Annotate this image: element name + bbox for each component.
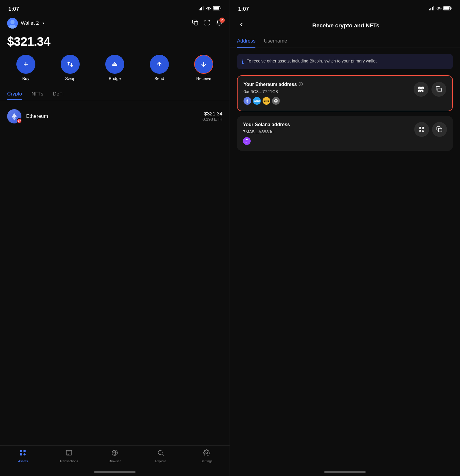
sol-card-left: Your Solana address 7MA5...A383Jn bbox=[243, 122, 290, 145]
tab-nfts[interactable]: NFTs bbox=[32, 88, 43, 100]
header-actions: 2 bbox=[192, 19, 222, 27]
svg-rect-39 bbox=[438, 88, 441, 92]
back-button[interactable] bbox=[237, 20, 246, 31]
sol-card-address: 7MA5...A383Jn bbox=[243, 129, 290, 134]
svg-rect-1 bbox=[200, 8, 201, 10]
ethereum-usd: $321.34 bbox=[202, 111, 222, 117]
bridge-label: Bridge bbox=[109, 76, 121, 81]
eth-qr-button[interactable] bbox=[414, 82, 428, 97]
swap-button[interactable]: Swap bbox=[58, 55, 82, 81]
sol-copy-button[interactable] bbox=[432, 122, 447, 137]
svg-rect-44 bbox=[423, 128, 424, 129]
left-time: 1:07 bbox=[8, 6, 19, 12]
right-wifi-icon bbox=[436, 6, 442, 12]
right-status-icons bbox=[429, 6, 452, 12]
notification-badge: 2 bbox=[219, 18, 225, 23]
eth-card-left: Your Ethereum address ⓘ 0xc6C3...7721C8 … bbox=[244, 82, 303, 105]
svg-rect-36 bbox=[419, 87, 420, 88]
svg-rect-3 bbox=[203, 6, 204, 10]
svg-point-8 bbox=[10, 20, 15, 24]
chain-icon-bnb: BNB bbox=[263, 97, 270, 105]
notification-button[interactable]: 2 bbox=[216, 19, 222, 27]
right-header: Receive crypto and NFTs bbox=[230, 15, 460, 35]
receive-tabs: Address Username bbox=[230, 35, 460, 48]
svg-rect-28 bbox=[432, 7, 433, 10]
browser-nav-icon bbox=[111, 449, 118, 458]
left-home-indicator bbox=[0, 468, 230, 476]
swap-icon-circle bbox=[61, 55, 80, 74]
receive-icon-circle bbox=[194, 55, 213, 74]
svg-rect-5 bbox=[213, 7, 219, 10]
assets-nav-icon bbox=[19, 449, 26, 458]
eth-chain-icons: ARB BNB bbox=[244, 97, 303, 105]
wallet-selector[interactable]: Wallet 2 ▾ bbox=[7, 18, 44, 29]
nav-assets[interactable]: Assets bbox=[12, 449, 33, 463]
right-time: 1:07 bbox=[238, 6, 249, 12]
svg-point-23 bbox=[158, 450, 162, 455]
buy-icon-circle bbox=[16, 55, 35, 74]
buy-button[interactable]: Buy bbox=[14, 55, 38, 81]
balance-section: $321.34 bbox=[0, 31, 230, 55]
expand-button[interactable] bbox=[204, 19, 211, 27]
left-status-bar: 1:07 bbox=[0, 0, 230, 15]
sol-qr-button[interactable] bbox=[414, 122, 429, 137]
nav-browser[interactable]: Browser bbox=[104, 449, 125, 463]
solana-address-card: Your Solana address 7MA5...A383Jn bbox=[237, 116, 453, 151]
svg-rect-29 bbox=[433, 6, 434, 10]
left-phone-screen: 1:07 Wallet 2 ▾ bbox=[0, 0, 230, 476]
asset-item-ethereum[interactable]: OP Ethereum $321.34 0.198 ETH bbox=[0, 105, 230, 128]
right-phone-screen: 1:07 Receive crypto and NFTs Address Use… bbox=[230, 0, 460, 476]
ethereum-icon-wrapper: OP bbox=[7, 109, 21, 123]
svg-rect-27 bbox=[431, 8, 431, 10]
chain-icon-arb: ARB bbox=[253, 97, 261, 105]
info-banner-icon: ℹ bbox=[242, 59, 244, 65]
eth-copy-button[interactable] bbox=[431, 82, 446, 97]
chevron-down-icon: ▾ bbox=[43, 21, 44, 25]
receive-button[interactable]: Receive bbox=[192, 55, 216, 81]
right-battery-icon bbox=[443, 6, 452, 12]
svg-rect-17 bbox=[66, 450, 72, 455]
balance-amount: $321.34 bbox=[7, 35, 222, 49]
asset-values-ethereum: $321.34 0.198 ETH bbox=[202, 111, 222, 122]
right-home-bar bbox=[324, 471, 366, 473]
copy-button[interactable] bbox=[192, 19, 199, 27]
bridge-icon-circle bbox=[105, 55, 124, 74]
svg-rect-26 bbox=[429, 9, 430, 10]
receive-label: Receive bbox=[196, 76, 211, 81]
sol-card-header: Your Solana address 7MA5...A383Jn bbox=[243, 122, 447, 145]
svg-rect-43 bbox=[420, 128, 421, 129]
tab-username[interactable]: Username bbox=[264, 35, 287, 48]
eth-info-icon[interactable]: ⓘ bbox=[299, 82, 303, 87]
wallet-name: Wallet 2 bbox=[21, 20, 39, 26]
chain-icon-sol bbox=[243, 137, 251, 145]
chain-icon-eth bbox=[244, 97, 251, 105]
ethereum-amount: 0.198 ETH bbox=[202, 117, 222, 122]
eth-card-title: Your Ethereum address ⓘ bbox=[244, 82, 303, 87]
right-home-indicator bbox=[230, 468, 460, 476]
ethereum-name: Ethereum bbox=[26, 113, 198, 119]
left-tabs: Crypto NFTs DeFi bbox=[0, 88, 230, 100]
explore-nav-label: Explore bbox=[155, 459, 166, 463]
wallet-avatar bbox=[7, 18, 18, 29]
right-page-title: Receive crypto and NFTs bbox=[251, 22, 441, 29]
nav-transactions[interactable]: Transactions bbox=[59, 449, 79, 463]
eth-card-header: Your Ethereum address ⓘ 0xc6C3...7721C8 … bbox=[244, 82, 446, 105]
sol-chain-icons bbox=[243, 137, 290, 145]
sol-card-actions bbox=[414, 122, 447, 137]
battery-icon bbox=[213, 6, 221, 12]
svg-rect-46 bbox=[438, 128, 442, 132]
nav-settings[interactable]: Settings bbox=[196, 449, 217, 463]
bridge-button[interactable]: Bridge bbox=[103, 55, 127, 81]
nav-explore[interactable]: Explore bbox=[150, 449, 171, 463]
tab-crypto[interactable]: Crypto bbox=[7, 88, 22, 100]
send-button[interactable]: Send bbox=[147, 55, 171, 81]
asset-list: OP Ethereum $321.34 0.198 ETH bbox=[0, 100, 230, 445]
ethereum-address-card: Your Ethereum address ⓘ 0xc6C3...7721C8 … bbox=[237, 75, 453, 111]
tab-address[interactable]: Address bbox=[237, 35, 255, 48]
tab-defi[interactable]: DeFi bbox=[53, 88, 64, 100]
left-bottom-nav: Assets Transactions Browser Explore Sett… bbox=[0, 445, 230, 468]
asset-info-ethereum: Ethereum bbox=[26, 113, 198, 119]
send-label: Send bbox=[154, 76, 164, 81]
left-home-bar bbox=[94, 471, 136, 473]
eth-card-address: 0xc6C3...7721C8 bbox=[244, 89, 303, 94]
